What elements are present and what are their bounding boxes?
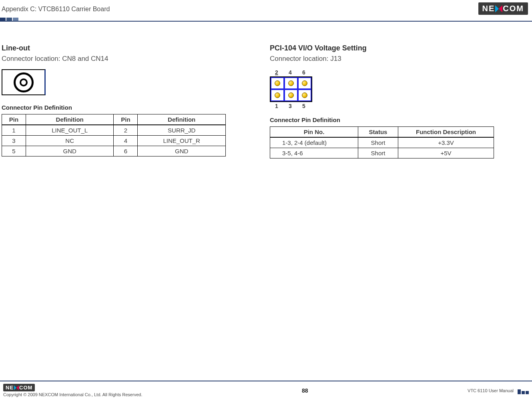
table-row: 5 GND 6 GND (2, 146, 226, 156)
pin-dot-icon (288, 80, 294, 86)
j13-pin-grid (270, 76, 312, 102)
table-row: 1-3, 2-4 (default) Short +3.3V (270, 137, 494, 148)
pin-dot-icon (302, 80, 307, 86)
cell-def: LINE_OUT_R (138, 136, 226, 146)
cell-pin: 6 (114, 146, 138, 156)
nexcom-logo-top: NE COM (478, 2, 528, 15)
logo-ne: NE (482, 4, 495, 13)
th-pin-1: Pin (2, 114, 26, 125)
audio-jack-outer-ring-icon (14, 72, 34, 92)
cell-def: NC (26, 136, 114, 146)
j13-label-4: 4 (283, 69, 297, 76)
logo-x-footer-icon (14, 385, 19, 390)
j13-pin-4 (284, 77, 298, 89)
logo-x-icon (495, 5, 502, 12)
table-row: 3 NC 4 LINE_OUT_R (2, 136, 226, 146)
j13-label-5: 5 (297, 103, 311, 109)
logo-ne-footer: NE (6, 385, 14, 391)
table-header-row: Pin No. Status Function Description (270, 127, 494, 138)
cell-pinno: 3-5, 4-6 (270, 148, 358, 158)
cell-func: +3.3V (398, 137, 494, 148)
j13-bottom-labels: 1 3 5 (270, 103, 312, 109)
audio-jack-diagram (2, 69, 46, 95)
cell-func: +5V (398, 148, 494, 158)
j13-label-1: 1 (270, 103, 283, 109)
cell-def: LINE_OUT_L (26, 125, 114, 136)
logo-com-footer: COM (19, 385, 32, 391)
nexcom-logo-footer: NE COM (3, 384, 35, 391)
cell-pin: 5 (2, 146, 26, 156)
pin-dot-icon (302, 92, 307, 98)
page-number: 88 (302, 387, 308, 394)
logo-com: COM (503, 4, 524, 13)
j13-pin-1 (271, 89, 284, 101)
j13-top-labels: 2 4 6 (270, 69, 312, 76)
footer-rule (0, 381, 532, 381)
th-pin-2: Pin (114, 114, 138, 125)
j13-label-6: 6 (297, 69, 311, 76)
copyright-text: Copyright © 2009 NEXCOM International Co… (3, 392, 142, 397)
th-pinno: Pin No. (270, 127, 358, 138)
cell-pin: 2 (114, 125, 138, 136)
j13-pin-6 (298, 77, 311, 89)
cell-def: SURR_JD (138, 125, 226, 136)
cell-pin: 3 (2, 136, 26, 146)
th-status: Status (358, 127, 398, 138)
j13-label-3: 3 (283, 103, 297, 109)
th-def-1: Definition (26, 114, 114, 125)
table-row: 1 LINE_OUT_L 2 SURR_JD (2, 125, 226, 136)
th-def-2: Definition (138, 114, 226, 125)
j13-pin-5 (298, 89, 311, 101)
audio-jack-inner-ring-icon (20, 78, 28, 86)
lineout-heading: Line-out (2, 44, 246, 52)
j13-pin-2 (271, 77, 284, 89)
lineout-table-title: Connector Pin Definition (2, 104, 246, 111)
pci104-heading: PCI-104 VI/O Voltage Setting (270, 44, 510, 52)
cell-def: GND (138, 146, 226, 156)
appendix-title: Appendix C: VTCB6110 Carrier Board (2, 6, 110, 13)
j13-label-2: 2 (270, 69, 283, 76)
pci104-connector-location: Connector location: J13 (270, 55, 510, 63)
pin-dot-icon (288, 92, 294, 98)
th-func: Function Description (398, 127, 494, 138)
cell-pin: 4 (114, 136, 138, 146)
cell-pin: 1 (2, 125, 26, 136)
pin-dot-icon (275, 92, 280, 98)
lineout-connector-location: Connector location: CN8 and CN14 (2, 55, 246, 63)
pin-dot-icon (275, 80, 280, 86)
pci104-pin-table: Pin No. Status Function Description 1-3,… (270, 126, 494, 158)
j13-diagram: 2 4 6 1 3 5 (270, 69, 312, 109)
j13-pin-3 (284, 89, 298, 101)
lineout-pin-table: Pin Definition Pin Definition 1 LINE_OUT… (2, 114, 226, 156)
cell-status: Short (358, 148, 398, 158)
cell-status: Short (358, 137, 398, 148)
cell-def: GND (26, 146, 114, 156)
header-rule (0, 21, 532, 22)
pci104-table-title: Connector Pin Definition (270, 116, 510, 123)
table-header-row: Pin Definition Pin Definition (2, 114, 226, 125)
manual-title: VTC 6110 User Manual (468, 388, 514, 393)
footer-decor-icon (518, 387, 529, 394)
cell-pinno: 1-3, 2-4 (default) (270, 137, 358, 148)
table-row: 3-5, 4-6 Short +5V (270, 148, 494, 158)
